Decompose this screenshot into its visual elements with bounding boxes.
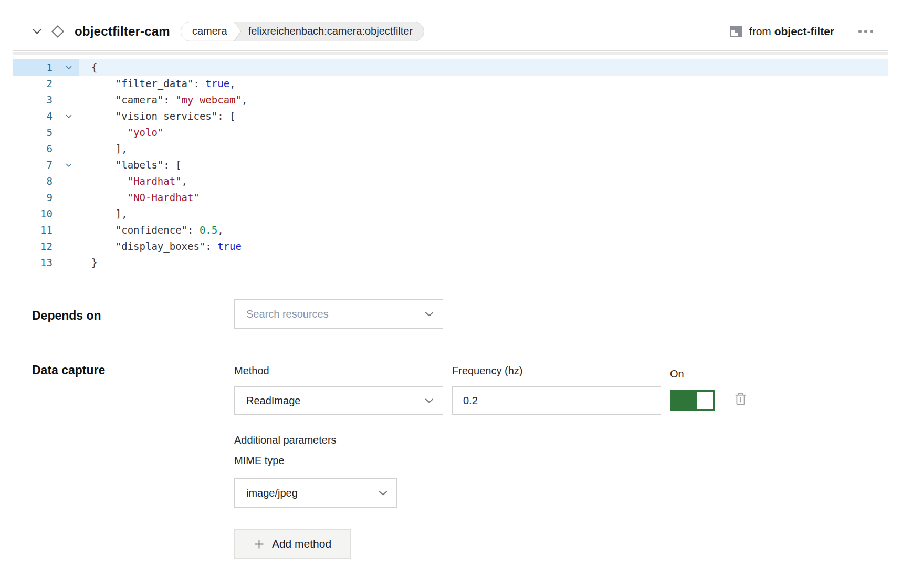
fold-toggle[interactable] xyxy=(58,108,79,124)
code-line[interactable]: 7 "labels": [ xyxy=(13,157,888,173)
code-line[interactable]: 11 "confidence": 0.5, xyxy=(13,222,888,238)
editor-gutter: 1 xyxy=(13,59,79,76)
ellipsis-dot xyxy=(870,30,873,33)
delete-method-button[interactable] xyxy=(735,392,747,405)
plus-icon xyxy=(254,539,265,550)
code-text: "camera": "my_webcam", xyxy=(79,92,247,108)
fold-spacer xyxy=(58,92,79,108)
editor-gutter: 6 xyxy=(13,141,79,157)
code-line[interactable]: 2 "filter_data": true, xyxy=(13,76,888,92)
method-label: Method xyxy=(234,365,269,377)
code-text: "Hardhat", xyxy=(79,173,187,190)
editor-gutter: 12 xyxy=(13,238,79,255)
editor-gutter: 10 xyxy=(13,206,79,222)
line-number: 13 xyxy=(13,255,58,271)
code-text: ], xyxy=(79,206,128,222)
code-line[interactable]: 10 ], xyxy=(13,206,888,222)
code-line[interactable]: 12 "display_boxes": true xyxy=(13,238,888,255)
code-line[interactable]: 9 "NO-Hardhat" xyxy=(13,190,888,206)
frequency-input[interactable] xyxy=(452,386,661,415)
resource-name: objectfilter-cam xyxy=(75,24,170,39)
line-number: 10 xyxy=(13,206,58,222)
data-capture-section: Data capture Method Frequency (hz) On Re… xyxy=(13,348,888,577)
code-text: "filter_data": true, xyxy=(79,76,236,92)
code-line[interactable]: 3 "camera": "my_webcam", xyxy=(13,92,888,108)
resource-type-model-badge: camera felixreichenbach:camera:objectfil… xyxy=(181,22,424,41)
ellipsis-dot xyxy=(864,30,867,33)
chevron-down-icon xyxy=(425,311,434,317)
line-number: 6 xyxy=(13,141,58,157)
line-number: 12 xyxy=(13,238,58,255)
code-text: { xyxy=(79,59,97,76)
mime-type-select[interactable]: image/jpeg xyxy=(234,478,397,508)
fold-spacer xyxy=(58,76,79,92)
fold-chevron-icon xyxy=(66,163,72,167)
json-editor[interactable]: 1{2 "filter_data": true,3 "camera": "my_… xyxy=(13,57,888,290)
fold-chevron-icon xyxy=(66,66,72,70)
code-text: "yolo" xyxy=(79,124,163,141)
toggle-knob xyxy=(697,392,713,409)
editor-gutter: 3 xyxy=(13,92,79,108)
editor-gutter: 5 xyxy=(13,124,79,141)
component-diamond-icon xyxy=(49,23,66,40)
line-number: 11 xyxy=(13,222,58,238)
code-text: "display_boxes": true xyxy=(79,238,242,255)
line-number: 8 xyxy=(13,173,58,190)
line-number: 3 xyxy=(13,92,58,108)
code-text: "labels": [ xyxy=(79,157,182,173)
fold-spacer xyxy=(58,206,79,222)
from-module-label: from object-filter xyxy=(749,25,834,38)
module-icon xyxy=(730,25,742,38)
depends-on-section: Depends on Search resources xyxy=(13,290,888,348)
code-text: ], xyxy=(79,141,128,157)
fold-toggle[interactable] xyxy=(58,157,79,173)
header-right-group: from object-filter xyxy=(730,25,874,38)
add-method-label: Add method xyxy=(272,538,331,550)
line-number: 9 xyxy=(13,190,58,206)
fold-spacer xyxy=(58,190,79,206)
fold-spacer xyxy=(58,124,79,141)
line-number: 5 xyxy=(13,124,58,141)
code-line[interactable]: 13} xyxy=(13,255,888,271)
code-text: } xyxy=(79,255,97,271)
fold-chevron-icon xyxy=(66,114,72,119)
method-select[interactable]: ReadImage xyxy=(234,386,443,415)
data-capture-toggle[interactable] xyxy=(670,390,715,411)
editor-gutter: 2 xyxy=(13,76,79,92)
code-line[interactable]: 1{ xyxy=(13,59,888,76)
editor-gutter: 7 xyxy=(13,157,79,173)
chevron-down-icon xyxy=(379,490,387,496)
mime-type-value: image/jpeg xyxy=(246,487,298,499)
collapse-button[interactable] xyxy=(32,28,42,35)
method-value: ReadImage xyxy=(246,395,300,407)
depends-on-select[interactable]: Search resources xyxy=(234,299,443,329)
chevron-down-icon xyxy=(425,398,434,403)
model-badge: felixreichenbach:camera:objectfilter xyxy=(242,25,424,37)
search-resources-placeholder: Search resources xyxy=(246,308,329,320)
more-options-button[interactable] xyxy=(857,27,874,36)
editor-gutter: 8 xyxy=(13,173,79,190)
line-number: 2 xyxy=(13,76,58,92)
resource-card: objectfilter-cam camera felixreichenbach… xyxy=(13,12,888,576)
code-text: "confidence": 0.5, xyxy=(79,222,224,238)
additional-parameters-label: Additional parameters xyxy=(234,434,337,446)
fold-spacer xyxy=(58,222,79,238)
line-number: 4 xyxy=(13,108,58,124)
add-method-button[interactable]: Add method xyxy=(234,529,351,559)
code-line[interactable]: 4 "vision_services": [ xyxy=(13,108,888,124)
frequency-label: Frequency (hz) xyxy=(452,365,523,377)
editor-gutter: 13 xyxy=(13,255,79,271)
ellipsis-dot xyxy=(858,30,862,33)
editor-gutter: 11 xyxy=(13,222,79,238)
code-line[interactable]: 5 "yolo" xyxy=(13,124,888,141)
editor-gutter: 4 xyxy=(13,108,79,124)
fold-toggle[interactable] xyxy=(58,59,79,76)
type-badge: camera xyxy=(181,22,241,41)
line-number: 7 xyxy=(13,157,58,173)
resource-header: objectfilter-cam camera felixreichenbach… xyxy=(13,12,888,51)
mime-type-label: MIME type xyxy=(234,455,285,467)
fold-spacer xyxy=(58,255,79,271)
code-line[interactable]: 8 "Hardhat", xyxy=(13,173,888,190)
code-line[interactable]: 6 ], xyxy=(13,141,888,157)
editor-gutter: 9 xyxy=(13,190,79,206)
